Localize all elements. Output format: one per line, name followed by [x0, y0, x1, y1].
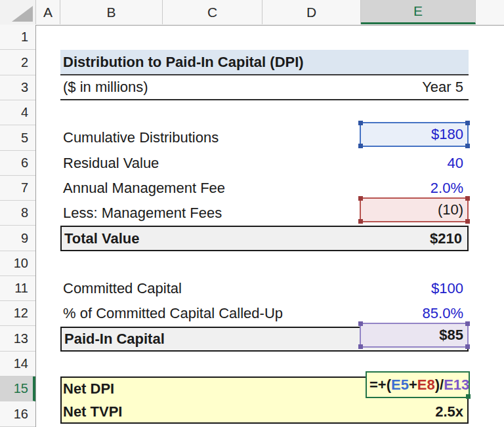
cell-period-label[interactable]: Year 5 [422, 79, 469, 96]
column-header-c[interactable]: C [163, 0, 262, 24]
row-header-1[interactable]: 1 [0, 25, 35, 50]
column-header-a[interactable]: A [36, 0, 60, 24]
row-header-10[interactable]: 10 [0, 251, 35, 276]
cell-units-label[interactable]: ($ in millions) [60, 79, 148, 96]
column-header-d[interactable]: D [262, 0, 361, 24]
row-header-5[interactable]: 5 [0, 125, 35, 151]
cell-e12[interactable]: 85.0% [423, 305, 469, 322]
row-header-4[interactable]: 4 [0, 100, 35, 125]
cell-b11[interactable]: Committed Capital [60, 280, 182, 297]
row-header-11[interactable]: 11 [0, 276, 35, 301]
subtitle-row: ($ in millions) Year 5 [60, 75, 469, 100]
formula-edit-cell-e15[interactable]: =+(E5+E8)/E13 [366, 371, 470, 398]
row-header-15[interactable]: 15 [0, 376, 35, 401]
formula-ref-e8: E8 [417, 376, 435, 394]
formula-ref-e5: E5 [391, 376, 409, 394]
row-residual-value: Residual Value 40 [60, 151, 469, 176]
select-all-triangle-icon [12, 6, 33, 22]
cell-b7[interactable]: Annual Management Fee [60, 180, 225, 197]
spreadsheet: A B C D E 1 2 3 4 5 6 7 8 9 10 11 12 13 … [0, 0, 504, 427]
row-header-16[interactable]: 16 [0, 401, 35, 427]
select-all-button[interactable] [0, 0, 36, 24]
cell-b8[interactable]: Less: Management Fees [60, 205, 222, 222]
column-header-spacer [476, 0, 504, 24]
cell-e13[interactable]: $85 [360, 323, 469, 348]
row-total-value: Total Value $210 [60, 226, 469, 251]
row-header-9[interactable]: 9 [0, 226, 35, 251]
row-header-14[interactable]: 14 [0, 352, 35, 376]
row-committed-capital: Committed Capital $100 [60, 276, 469, 301]
cell-b13[interactable]: Paid-In Capital [62, 331, 165, 348]
row-header-12[interactable]: 12 [0, 301, 35, 326]
row-header-2[interactable]: 2 [0, 50, 35, 75]
formula-operator: )/ [435, 376, 444, 394]
formula-operator: + [409, 376, 417, 394]
cell-e6[interactable]: 40 [448, 155, 469, 172]
cell-b15[interactable]: Net DPI [60, 380, 114, 397]
cell-b9[interactable]: Total Value [62, 230, 140, 247]
row-header-7[interactable]: 7 [0, 176, 35, 201]
cell-b12[interactable]: % of Committed Capital Called-Up [60, 305, 283, 322]
cell-title[interactable]: Distribution to Paid-In Capital (DPI) [60, 50, 469, 75]
fill-handle[interactable] [466, 394, 471, 399]
cell-b5[interactable]: Cumulative Distributions [60, 129, 219, 146]
cell-e7[interactable]: 2.0% [430, 180, 469, 197]
cell-b16[interactable]: Net TVPI [60, 403, 122, 420]
cell-e11[interactable]: $100 [431, 280, 469, 297]
cell-e9[interactable]: $210 [430, 230, 467, 247]
cell-e8[interactable]: (10) [360, 197, 469, 222]
column-header-bar: A B C D E [0, 0, 504, 26]
formula-ref-e13: E13 [444, 376, 469, 394]
cell-b6[interactable]: Residual Value [60, 155, 159, 172]
row-header-13[interactable]: 13 [0, 326, 35, 352]
column-header-b[interactable]: B [60, 0, 163, 24]
formula-text[interactable]: =+(E5+E8)/E13 [369, 373, 469, 397]
formula-operator: =+( [369, 376, 391, 394]
row-net-tvpi: Net TVPI 2.5x [60, 400, 469, 424]
cell-e5[interactable]: $180 [360, 122, 469, 147]
row-header-3[interactable]: 3 [0, 75, 35, 100]
column-header-e[interactable]: E [361, 0, 476, 24]
row-header-6[interactable]: 6 [0, 151, 35, 176]
row-header-8[interactable]: 8 [0, 201, 35, 226]
cell-e16[interactable]: 2.5x [435, 403, 469, 420]
row-header-bar: 1 2 3 4 5 6 7 8 9 10 11 12 13 14 15 16 [0, 25, 36, 427]
